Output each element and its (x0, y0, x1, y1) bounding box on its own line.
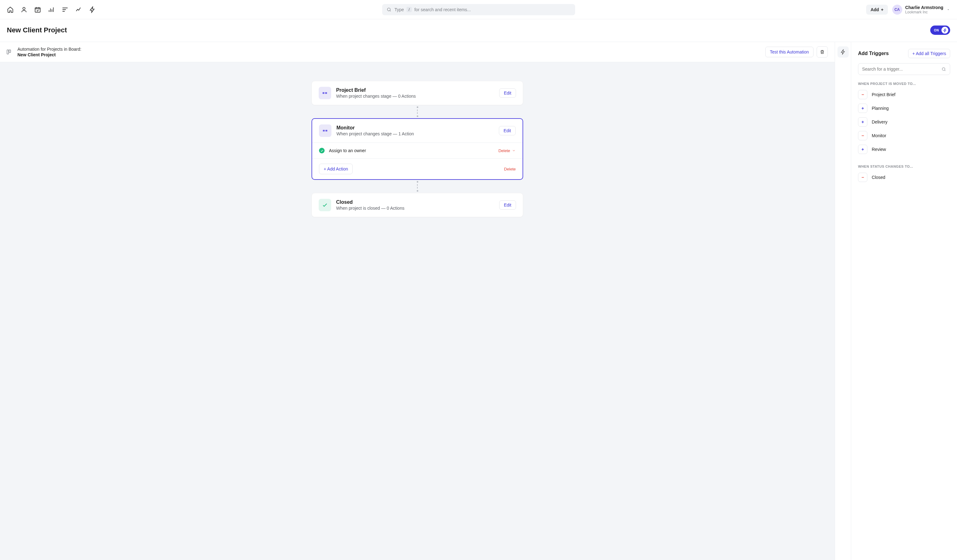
trigger-group-label: When project is moved to... (858, 82, 950, 85)
bolt-icon[interactable] (89, 6, 96, 13)
connector (417, 105, 418, 118)
automation-panel-button[interactable] (837, 46, 849, 58)
test-automation-button[interactable]: Test this Automation (765, 47, 813, 57)
delete-action-button[interactable]: Delete (498, 148, 516, 153)
add-button-label: Add (870, 7, 879, 12)
connector (417, 180, 418, 193)
search-type-hint: Type (395, 7, 404, 12)
trigger-label: Project Brief (872, 92, 895, 97)
status-icon (319, 199, 331, 211)
trigger-card-closed: Closed When project is closed — 0 Action… (311, 193, 523, 217)
add-trigger-icon[interactable]: + (858, 104, 867, 113)
action-row: Assign to an owner Delete (312, 142, 523, 158)
stage-icon (319, 125, 332, 137)
trigger-item[interactable]: −Monitor (858, 131, 950, 140)
add-all-triggers-button[interactable]: + Add all Triggers (908, 49, 950, 58)
svg-point-0 (23, 7, 25, 9)
context-line1: Automation for Projects in Board: (17, 47, 81, 52)
svg-rect-5 (323, 92, 325, 94)
chevron-down-icon (946, 8, 950, 11)
global-search[interactable]: Type / for search and recent items... (382, 4, 575, 15)
card-title: Monitor (336, 125, 414, 131)
trigger-label: Closed (872, 175, 886, 180)
topbar: Type / for search and recent items... Ad… (0, 0, 957, 19)
trend-icon[interactable] (75, 6, 82, 13)
person-icon[interactable] (21, 6, 27, 13)
side-rail (835, 42, 851, 560)
topbar-nav-icons (7, 6, 96, 13)
edit-button[interactable]: Edit (499, 200, 516, 210)
bars-icon[interactable] (48, 6, 55, 13)
home-icon[interactable] (7, 6, 14, 13)
search-placeholder: for search and recent items... (414, 7, 471, 12)
trigger-label: Monitor (872, 133, 886, 138)
trigger-item[interactable]: −Project Brief (858, 90, 950, 99)
search-icon (941, 67, 946, 71)
search-kbd-hint: / (406, 7, 412, 12)
svg-point-2 (387, 8, 390, 11)
delete-automation-button[interactable] (816, 46, 828, 58)
trigger-item[interactable]: −Closed (858, 173, 950, 182)
user-name: Charlie Armstrong (905, 5, 943, 10)
delete-card-button[interactable]: Delete (504, 167, 516, 172)
trigger-item[interactable]: +Review (858, 145, 950, 154)
list-icon[interactable] (62, 6, 68, 13)
remove-trigger-icon[interactable]: − (858, 90, 867, 99)
user-company: Lookmark Inc (905, 10, 943, 14)
context-line2: New Client Project (17, 52, 81, 57)
card-subtitle: When project changes stage — 1 Action (336, 131, 414, 136)
svg-rect-3 (7, 50, 9, 54)
avatar: CA (892, 5, 902, 15)
edit-button[interactable]: Edit (499, 126, 516, 135)
page-header: New Client Project ON (0, 19, 957, 42)
trigger-item[interactable]: +Planning (858, 104, 950, 113)
trigger-label: Planning (872, 106, 889, 111)
check-icon (319, 148, 325, 153)
remove-trigger-icon[interactable]: − (858, 173, 867, 182)
trigger-label: Delivery (872, 120, 888, 125)
edit-button[interactable]: Edit (499, 88, 516, 98)
board-icon (6, 48, 14, 56)
toggle-label: ON (934, 28, 939, 32)
user-meta: Charlie Armstrong Lookmark Inc (905, 5, 943, 14)
add-trigger-icon[interactable]: + (858, 117, 867, 127)
calendar-icon[interactable] (34, 6, 41, 13)
trigger-item[interactable]: +Delivery (858, 117, 950, 127)
trigger-search-input[interactable] (862, 66, 941, 71)
trigger-search[interactable] (858, 63, 950, 75)
remove-trigger-icon[interactable]: − (858, 131, 867, 140)
add-action-button[interactable]: + Add Action (319, 164, 353, 174)
action-label: Assign to an owner (329, 148, 366, 153)
svg-point-9 (942, 68, 945, 70)
svg-rect-8 (325, 130, 327, 132)
card-subtitle: When project is closed — 0 Actions (336, 206, 404, 211)
plus-icon: + (881, 7, 883, 12)
toggle-knob (941, 27, 948, 33)
user-menu[interactable]: CA Charlie Armstrong Lookmark Inc (892, 5, 950, 15)
page-title: New Client Project (7, 26, 67, 34)
stage-icon (319, 87, 331, 99)
trigger-card-monitor: Monitor When project changes stage — 1 A… (311, 118, 523, 180)
automation-canvas: Project Brief When project changes stage… (0, 62, 835, 560)
svg-rect-4 (9, 50, 11, 52)
triggers-title: Add Triggers (858, 51, 889, 56)
add-button[interactable]: Add + (866, 5, 888, 15)
trigger-group-label: When status changes to... (858, 164, 950, 168)
svg-rect-6 (325, 92, 327, 94)
trigger-label: Review (872, 147, 886, 152)
svg-rect-1 (35, 8, 41, 12)
automation-toggle[interactable]: ON (930, 25, 950, 35)
card-subtitle: When project changes stage — 0 Actions (336, 94, 416, 99)
context-bar: Automation for Projects in Board: New Cl… (0, 42, 835, 62)
card-title: Closed (336, 199, 404, 205)
svg-rect-7 (323, 130, 325, 132)
card-title: Project Brief (336, 87, 416, 93)
trigger-card-project-brief: Project Brief When project changes stage… (311, 81, 523, 105)
add-trigger-icon[interactable]: + (858, 145, 867, 154)
triggers-panel: Add Triggers + Add all Triggers When pro… (851, 42, 957, 560)
